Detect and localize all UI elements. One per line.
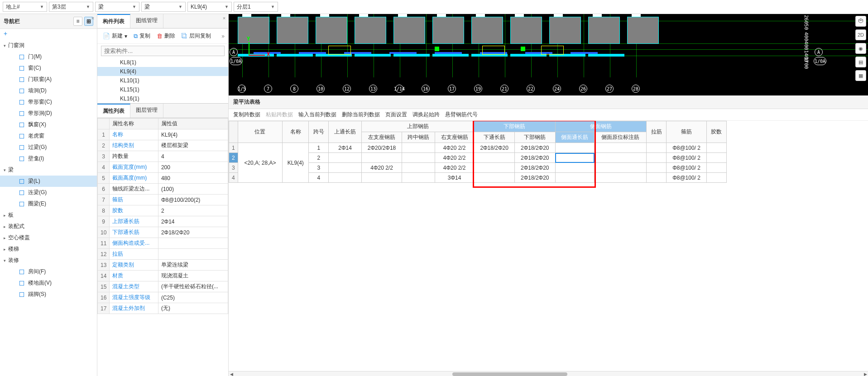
component-item[interactable]: KL9(4) — [97, 67, 228, 76]
tree-group-header[interactable]: ▾ 门窗洞 — [0, 40, 97, 51]
property-row[interactable]: 6轴线距梁左边...(100) — [98, 184, 228, 195]
tree-group-header[interactable]: ▾ 装修 — [0, 255, 97, 266]
tree-item[interactable]: 墙洞(D) — [0, 85, 97, 96]
scroll-left-icon[interactable]: ◀ — [229, 371, 234, 376]
property-row[interactable]: 8胶数2 — [98, 205, 228, 216]
action-link[interactable]: 调换起始跨 — [412, 111, 440, 119]
scroll-right-icon[interactable]: ▶ — [863, 371, 868, 376]
layer-copy-button[interactable]: ⿻层间复制 — [180, 31, 213, 41]
col-span[interactable]: 跨号 — [309, 121, 329, 143]
action-link[interactable]: 删除当前列数据 — [342, 111, 380, 119]
prop-value[interactable]: 2Φ14 — [158, 216, 228, 227]
cell-pos[interactable]: <20,A; 28,A> — [238, 143, 283, 183]
tree-item[interactable]: 带形窗(C) — [0, 96, 97, 108]
mode-2d-icon[interactable]: 2D — [855, 29, 866, 40]
property-row[interactable]: 3跨数量4 — [98, 151, 228, 162]
tree-item[interactable]: 飘窗(X) — [0, 119, 97, 130]
cube-3d-icon[interactable] — [855, 16, 866, 27]
more-icon[interactable]: » — [221, 33, 225, 39]
colgroup-lower[interactable]: 下部钢筋 — [474, 121, 555, 132]
prop-value[interactable]: KL9(4) — [158, 129, 228, 140]
beam-data-table[interactable]: 位置 名称 跨号 上通长筋 上部钢筋 下部钢筋 侧面钢筋 拉筋 箍筋 胶数 — [229, 121, 727, 183]
scrollbar-thumb[interactable] — [452, 372, 567, 376]
close-icon[interactable]: × — [90, 15, 96, 21]
property-row[interactable]: 15混凝土类型(半干硬性砼砾石粒径(... — [98, 281, 228, 292]
col-side-long[interactable]: 侧面通长筋 — [555, 132, 595, 143]
col-top-long[interactable]: 上通长筋 — [329, 121, 361, 143]
plan-canvas[interactable]: 1/5781012131/14161719212224262728 Y X 26… — [229, 14, 868, 95]
delete-button[interactable]: 🗑删除 — [155, 31, 177, 41]
property-row[interactable]: 5截面高度(mm)480 — [98, 173, 228, 184]
col-side-orig[interactable]: 侧面原位标注筋 — [595, 132, 647, 143]
tree-item[interactable]: 门联窗(A) — [0, 74, 97, 85]
tree-item[interactable]: 老虎窗 — [0, 130, 97, 142]
data-table-wrap[interactable]: 位置 名称 跨号 上通长筋 上部钢筋 下部钢筋 侧面钢筋 拉筋 箍筋 胶数 — [229, 121, 868, 371]
col-name[interactable]: 名称 — [283, 121, 309, 143]
prop-value[interactable]: 480 — [158, 173, 228, 184]
tree-item[interactable]: 楼地面(V) — [0, 277, 97, 289]
cell-side-long[interactable] — [555, 173, 595, 183]
colgroup-upper[interactable]: 上部钢筋 — [361, 121, 474, 132]
property-table[interactable]: 属性名称 属性值 1名称KL9(4)2结构类别楼层框架梁3跨数量44截面宽度(m… — [97, 118, 228, 376]
property-row[interactable]: 14材质现浇混凝土 — [98, 271, 228, 281]
search-input[interactable] — [101, 46, 225, 56]
component-item[interactable]: KL10(1) — [97, 76, 228, 85]
component-item[interactable]: KL8(1) — [97, 58, 228, 67]
prop-value[interactable]: 单梁连续梁 — [158, 260, 228, 271]
close-icon[interactable]: × — [221, 15, 227, 21]
cell-side-long[interactable] — [555, 163, 595, 173]
tab-properties[interactable]: 属性列表 — [97, 104, 130, 118]
property-row[interactable]: 12拉筋 — [98, 249, 228, 260]
tree-group-header[interactable]: ▸ 空心楼盖 — [0, 232, 97, 243]
action-link[interactable]: 输入当前列数据 — [298, 111, 336, 119]
prop-value[interactable]: (C25) — [158, 292, 228, 303]
tree-group-header[interactable]: ▸ 板 — [0, 209, 97, 221]
nav-tree[interactable]: ▾ 门窗洞门(M)窗(C)门联窗(A)墙洞(D)带形窗(C)带形洞(D)飘窗(X… — [0, 38, 97, 376]
tree-item[interactable]: 连梁(G) — [0, 187, 97, 198]
cell-name[interactable]: KL9(4) — [283, 143, 309, 183]
tree-group-header[interactable]: ▾ 梁 — [0, 164, 97, 176]
copy-button[interactable]: ⧉复制 — [132, 31, 152, 41]
col-stirrup[interactable]: 箍筋 — [667, 121, 707, 143]
col-bot-long[interactable]: 下通长筋 — [474, 132, 515, 143]
tree-item[interactable]: 房间(F) — [0, 266, 97, 277]
action-link[interactable]: 页面设置 — [385, 111, 407, 119]
property-row[interactable]: 11侧面构造或受... — [98, 238, 228, 249]
tree-item[interactable]: 梁(L) — [0, 176, 97, 187]
tree-item[interactable]: 窗(C) — [0, 62, 97, 74]
filter-type[interactable]: 梁▼ — [141, 2, 186, 12]
component-item[interactable]: KL16(1) — [97, 94, 228, 103]
action-link[interactable]: 复制跨数据 — [233, 111, 260, 119]
prop-value[interactable] — [158, 249, 228, 260]
prop-value[interactable]: 4 — [158, 151, 228, 162]
tree-item[interactable]: 壁龛(I) — [0, 153, 97, 164]
property-row[interactable]: 2结构类别楼层框架梁 — [98, 140, 228, 151]
prop-value[interactable] — [158, 238, 228, 249]
col-mid-span[interactable]: 跨中钢筋 — [402, 132, 435, 143]
cell-side-long[interactable] — [555, 153, 595, 163]
col-right-sup[interactable]: 右支座钢筋 — [435, 132, 474, 143]
col-limb[interactable]: 胶数 — [706, 121, 726, 143]
filter-member[interactable]: KL9(4)▼ — [187, 2, 232, 12]
cell-side-long[interactable] — [555, 143, 595, 153]
prop-value[interactable]: Φ8@100/200(2) — [158, 195, 228, 205]
action-link[interactable]: 悬臂钢筋代号 — [445, 111, 478, 119]
property-row[interactable]: 4截面宽度(mm)200 — [98, 162, 228, 173]
tree-item[interactable]: 带形洞(D) — [0, 108, 97, 119]
table-row[interactable]: 1<20,A; 28,A>KL9(4)12Φ142Φ20/2Φ184Φ20 2/… — [229, 143, 727, 153]
tree-item[interactable]: 过梁(G) — [0, 142, 97, 153]
property-row[interactable]: 7箍筋Φ8@100/200(2) — [98, 195, 228, 205]
prop-value[interactable]: 2 — [158, 205, 228, 216]
horizontal-scrollbar[interactable]: ◀ ▶ — [229, 371, 868, 376]
add-category-button[interactable]: + — [0, 29, 97, 38]
tree-item[interactable]: 踢脚(S) — [0, 289, 97, 300]
col-tie[interactable]: 拉筋 — [647, 121, 667, 143]
filter-layer[interactable]: 分层1▼ — [234, 2, 278, 12]
tree-item[interactable]: 圈梁(E) — [0, 198, 97, 209]
colgroup-side[interactable]: 侧面钢筋 — [555, 121, 647, 132]
prop-value[interactable]: (100) — [158, 184, 228, 195]
prop-value[interactable]: 现浇混凝土 — [158, 271, 228, 281]
property-row[interactable]: 10下部通长筋2Φ18/2Φ20 — [98, 227, 228, 238]
compass-icon[interactable]: ◉ — [855, 43, 866, 54]
tree-group-header[interactable]: ▸ 装配式 — [0, 221, 97, 232]
